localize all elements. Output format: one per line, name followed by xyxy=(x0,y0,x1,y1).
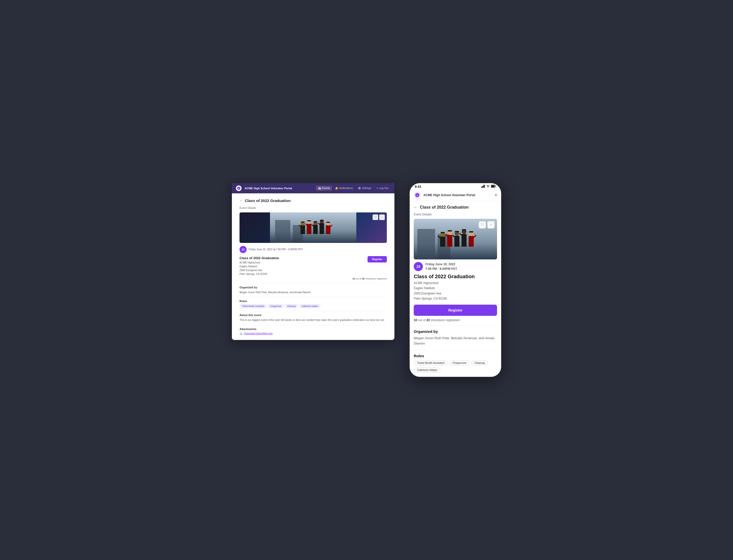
mobile-content: ← Class of 2022 Graduation Event Details xyxy=(410,201,501,377)
mobile-date-circle: 10 xyxy=(414,262,423,271)
mobile-favorite-button[interactable]: ♡ xyxy=(479,221,486,228)
calendar-icon: 📅 xyxy=(318,187,321,190)
mobile-device: 9:41 A ACME High School xyxy=(410,183,501,377)
status-icons xyxy=(481,185,496,188)
event-image-container: ♡ ↑ xyxy=(240,212,387,243)
mobile-event-meta: 10 Friday June 10, 2022 7:00 PM - 8:00PM… xyxy=(414,262,497,271)
svg-rect-26 xyxy=(482,186,483,188)
svg-rect-19 xyxy=(327,222,330,223)
mobile-navbar: A ACME High School Volunteer Portal ≡ xyxy=(410,190,501,201)
mobile-event-image: ♡ ↑ xyxy=(414,219,497,259)
mobile-logo: A xyxy=(414,192,421,199)
svg-rect-8 xyxy=(307,224,312,234)
event-title: Class of 2022 Graduation xyxy=(240,256,279,260)
mobile-role-ticket-booth: Ticket Booth Assistant xyxy=(414,360,448,366)
svg-rect-34 xyxy=(417,229,435,259)
venue-address: 2500 Evergreen Ave xyxy=(240,268,279,272)
organized-by-title: Organized by xyxy=(240,286,387,289)
about-title: About this event xyxy=(240,314,387,317)
mobile-role-cafeteria: Cafeteria Helper xyxy=(414,367,441,373)
event-date-text: Friday June 10, 2022 at 7:00 PM – 8:00PM… xyxy=(249,248,303,251)
mobile-section-label: Event Details xyxy=(414,213,497,216)
mobile-event-title: Class of 2022 Graduation xyxy=(414,274,497,279)
divider-4 xyxy=(240,325,387,325)
mobile-share-button[interactable]: ↑ xyxy=(487,221,494,228)
svg-rect-28 xyxy=(484,185,485,188)
favorite-button[interactable]: ♡ xyxy=(372,214,378,220)
breadcrumb: ← Class of 2022 Graduation xyxy=(240,198,387,203)
mobile-date-line2: 7:00 PM - 8:00PM PST xyxy=(425,267,457,271)
nav-notifications[interactable]: 🔔 Notifications xyxy=(333,186,355,191)
hamburger-button[interactable]: ≡ xyxy=(495,193,497,197)
desktop-content: ← Class of 2022 Graduation Event Details xyxy=(232,193,394,340)
attachment-link[interactable]: 📎 GraduationSetupMap.doc xyxy=(240,332,387,335)
register-button[interactable]: Register xyxy=(367,256,387,262)
svg-rect-3 xyxy=(275,220,290,243)
mobile-role-cleanup: Cleanup xyxy=(471,360,488,366)
divider-1 xyxy=(240,283,387,283)
about-text: This is our biggest event of the year! A… xyxy=(240,318,387,322)
nav-events[interactable]: 📅 Events xyxy=(316,186,332,191)
attachment-icon: 📎 xyxy=(240,332,243,335)
svg-rect-47 xyxy=(462,229,466,230)
svg-text:A: A xyxy=(416,194,418,197)
mobile-date-line1: Friday June 10, 2022 xyxy=(425,262,457,267)
nav-settings[interactable]: ⚙️ Settings xyxy=(356,186,373,191)
volunteers-count: 10 out of 20 Volunteers registered xyxy=(240,277,387,280)
role-ticket-booth: Ticket Booth Assistant xyxy=(240,304,267,308)
status-time: 9:41 xyxy=(415,185,421,189)
mobile-app-title: ACME High School Volunteer Portal xyxy=(423,193,492,197)
role-chaperone: Chaperone xyxy=(268,304,284,308)
battery-icon xyxy=(491,185,496,188)
logout-icon: ↪ xyxy=(376,187,378,190)
mobile-back-button[interactable]: ← xyxy=(414,205,418,210)
event-title-block: Class of 2022 Graduation ACME Highschool… xyxy=(240,256,279,276)
gear-icon: ⚙️ xyxy=(358,187,361,190)
mobile-role-chaperone: Chaperone xyxy=(449,360,469,366)
signal-icon xyxy=(481,185,485,188)
mobile-organizers: Megan Jovon Ruth Pete, Belcalis Almanzar… xyxy=(414,336,497,350)
venue-hall: Eagles Stadium xyxy=(240,265,279,268)
mobile-image-actions: ♡ ↑ xyxy=(479,221,494,228)
desktop-navbar: A ACME High School Volunteer Portal 📅 Ev… xyxy=(232,183,394,193)
desktop-nav-links: 📅 Events 🔔 Notifications ⚙️ Settings ↪ L… xyxy=(316,186,390,191)
mobile-organized-by-title: Organized by xyxy=(414,329,497,334)
attachment-name: GraduationSetupMap.doc xyxy=(244,332,273,335)
organizers-text: Megan Jovon Ruth Pete, Belcalis Almanzar… xyxy=(240,290,387,294)
wifi-icon xyxy=(486,185,490,188)
svg-rect-41 xyxy=(448,230,452,231)
svg-rect-17 xyxy=(326,225,331,234)
date-circle: 10 xyxy=(240,246,247,253)
mobile-venue-hall: Eagles Stadium xyxy=(414,286,497,291)
image-actions: ♡ ↑ xyxy=(372,214,385,220)
svg-rect-30 xyxy=(491,185,494,187)
desktop-logo-icon: A xyxy=(236,185,242,191)
divider-2 xyxy=(240,297,387,297)
mobile-venue-name: ACME Highschool xyxy=(414,281,497,286)
event-meta-row: 10 Friday June 10, 2022 at 7:00 PM – 8:0… xyxy=(240,246,387,253)
mobile-roles-list: Ticket Booth Assistant Chaperone Cleanup… xyxy=(414,360,497,373)
role-cleanup: Cleanup xyxy=(285,304,298,308)
venue-city: Palm Springs, CA 92240 xyxy=(240,272,279,276)
page-title: Class of 2022 Graduation xyxy=(245,198,291,203)
attachments-title: Attachments xyxy=(240,328,387,331)
mobile-date-info: Friday June 10, 2022 7:00 PM - 8:00PM PS… xyxy=(425,262,457,271)
main-scene: A ACME High School Volunteer Portal 📅 Ev… xyxy=(189,183,544,377)
mobile-register-button[interactable]: Register xyxy=(414,305,497,316)
mobile-venue: ACME Highschool Eagles Stadium 2500 Ever… xyxy=(414,281,497,301)
svg-rect-5 xyxy=(301,225,305,234)
nav-logout[interactable]: ↪ Log Out xyxy=(374,186,390,191)
svg-rect-38 xyxy=(441,232,445,233)
share-button[interactable]: ↑ xyxy=(379,214,385,220)
roles-title: Roles xyxy=(240,300,387,303)
event-main: Class of 2022 Graduation ACME Highschool… xyxy=(240,256,387,276)
svg-rect-50 xyxy=(469,231,473,232)
venue-name: ACME Highschool xyxy=(240,261,279,265)
svg-rect-13 xyxy=(314,221,317,222)
svg-rect-11 xyxy=(313,225,318,234)
desktop-panel: A ACME High School Volunteer Portal 📅 Ev… xyxy=(232,183,394,340)
desktop-app-title: ACME High School Volunteer Portal xyxy=(245,187,313,190)
mobile-roles-title: Roles xyxy=(414,354,497,358)
back-button[interactable]: ← xyxy=(240,199,243,203)
mobile-venue-address: 2500 Evergreen Ave xyxy=(414,291,497,296)
